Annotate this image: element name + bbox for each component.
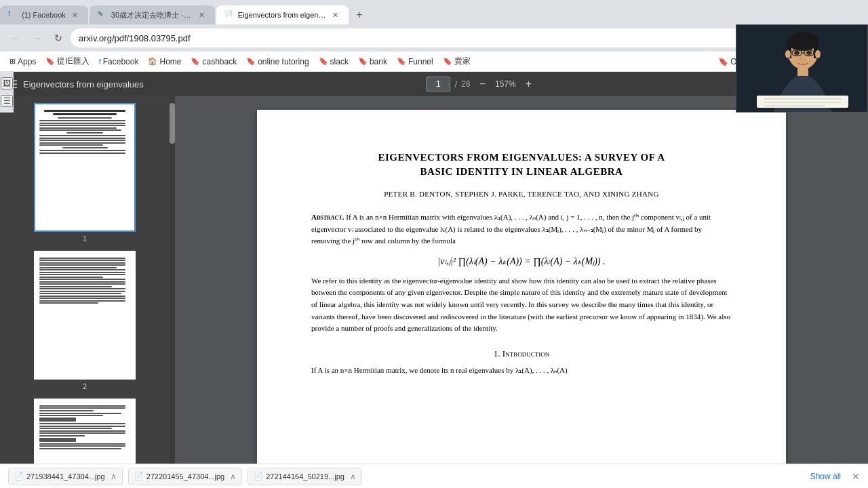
math-formula: |vᵢ,ⱼ|² ∏(λᵢ(A) − λₖ(A)) = ∏(λᵢ(A) − λₖ(… bbox=[311, 256, 732, 267]
address-input[interactable] bbox=[71, 28, 760, 47]
svg-point-11 bbox=[785, 50, 791, 58]
forward-button[interactable]: → bbox=[27, 28, 46, 47]
pdf-content-area: 1 bbox=[0, 96, 868, 464]
dismiss-downloads-button[interactable]: ✕ bbox=[852, 471, 860, 482]
tab-label-studyal: 30歳才决定去吃博士 - studyal... bbox=[111, 10, 193, 20]
thumbnail-container-2: 2 bbox=[34, 251, 136, 390]
download-close-2[interactable]: ∧ bbox=[230, 472, 236, 481]
bookmark-seller-label: 賣家 bbox=[454, 56, 471, 67]
download-item-2[interactable]: 📄 272201455_47304...jpg ∧ bbox=[128, 468, 243, 485]
other-bookmarks-icon: 🔖 bbox=[718, 57, 728, 66]
bookmark-bank[interactable]: 🔖 bank bbox=[354, 56, 391, 68]
pdf-zoom-out-button[interactable]: − bbox=[474, 76, 490, 92]
pdf-page-input[interactable] bbox=[426, 77, 450, 92]
section-intro-title: 1. Introduction bbox=[311, 348, 732, 359]
tutoring-icon: 🔖 bbox=[246, 57, 256, 66]
bookmark-apps-label: Apps bbox=[18, 57, 36, 66]
download-item-3[interactable]: 📄 272144164_50219...jpg ∧ bbox=[248, 468, 362, 485]
svg-point-10 bbox=[806, 51, 812, 55]
browser-left-sidebar: 🖼 ☰ bbox=[0, 72, 14, 113]
abstract-body: Abstract. If A is an n×n Hermitian matri… bbox=[311, 211, 732, 247]
funnel-icon: 🔖 bbox=[397, 57, 406, 66]
pdf-scroll-thumb[interactable] bbox=[170, 103, 175, 144]
reload-button[interactable]: ↻ bbox=[49, 28, 68, 47]
bookmark-tutoring-label: online tutoring bbox=[258, 57, 309, 66]
tab-favicon-studyal: ✎ bbox=[98, 10, 107, 20]
tab-close-studyal[interactable]: ✕ bbox=[197, 10, 207, 20]
bank-icon: 🔖 bbox=[358, 57, 368, 66]
sidebar-image-button[interactable]: 🖼 bbox=[1, 77, 13, 89]
sidebar-list-button[interactable]: ☰ bbox=[1, 95, 13, 107]
tab-label-facebook: (1) Facebook bbox=[22, 11, 66, 19]
pdf-nav: / 28 − 157% + bbox=[426, 76, 536, 92]
download-file-icon-1: 📄 bbox=[14, 472, 24, 481]
bookmark-seller[interactable]: 🔖 賣家 bbox=[439, 54, 475, 68]
tab-favicon-facebook: f bbox=[8, 10, 18, 20]
tab-bar: f (1) Facebook ✕ ✎ 30歳才决定去吃博士 - studyal.… bbox=[0, 0, 868, 24]
video-overlay bbox=[736, 24, 868, 113]
pdf-thumbnail-3[interactable] bbox=[34, 399, 136, 464]
video-svg bbox=[736, 25, 867, 112]
bookmark-home[interactable]: 🏠 Home bbox=[144, 56, 185, 68]
bookmark-slack-label: slack bbox=[330, 57, 349, 66]
bookmark-facebook[interactable]: f Facebook bbox=[95, 56, 143, 68]
download-filename-1: 271938441_47304...jpg bbox=[26, 472, 105, 481]
show-all-downloads-button[interactable]: Show all bbox=[805, 470, 846, 483]
paper-title: EIGENVECTORS FROM EIGENVALUES: A SURVEY … bbox=[311, 150, 732, 179]
pdf-scroll-track[interactable] bbox=[170, 96, 175, 464]
new-tab-button[interactable]: + bbox=[350, 5, 369, 24]
thumbnail-label-1: 1 bbox=[83, 235, 87, 243]
slack-icon: 🔖 bbox=[319, 57, 328, 66]
download-file-icon-3: 📄 bbox=[254, 472, 263, 481]
bookmark-funnel-label: Funnel bbox=[408, 57, 433, 66]
download-close-1[interactable]: ∧ bbox=[111, 472, 117, 481]
tab-studyal[interactable]: ✎ 30歳才决定去吃博士 - studyal... ✕ bbox=[90, 5, 215, 24]
pdf-page-1: EIGENVECTORS FROM EIGENVALUES: A SURVEY … bbox=[257, 110, 786, 464]
tab-favicon-eigenvectors: 📄 bbox=[224, 10, 234, 20]
tab-close-eigenvectors[interactable]: ✕ bbox=[330, 10, 340, 20]
bookmark-ie[interactable]: 🔖 從IE匯入 bbox=[41, 54, 93, 68]
abstract-para2: We refer to this identity as the eigenve… bbox=[311, 275, 732, 335]
intro-paragraph: If A is an n×n Hermitian matrix, we deno… bbox=[311, 365, 732, 377]
download-filename-2: 272201455_47304...jpg bbox=[146, 472, 225, 481]
thumbnail-container-1: 1 bbox=[34, 103, 136, 243]
pdf-sidebar[interactable]: 1 bbox=[0, 96, 170, 464]
apps-icon: ⊞ bbox=[9, 57, 16, 66]
paper-authors: PETER B. DENTON, STEPHEN J. PARKE, TEREN… bbox=[311, 190, 732, 198]
download-close-3[interactable]: ∧ bbox=[350, 472, 356, 481]
pdf-title: Eigenvectors from eigenvalues bbox=[23, 79, 144, 89]
back-button[interactable]: ← bbox=[5, 28, 24, 47]
downloads-bar: 📄 271938441_47304...jpg ∧ 📄 272201455_47… bbox=[0, 464, 868, 488]
seller-icon: 🔖 bbox=[443, 57, 452, 66]
svg-point-9 bbox=[794, 51, 800, 55]
pdf-zoom-controls: − 157% + bbox=[474, 76, 536, 92]
pdf-total-pages: 28 bbox=[461, 79, 470, 89]
pdf-page-separator: / bbox=[454, 79, 457, 89]
bookmark-ie-label: 從IE匯入 bbox=[57, 56, 89, 67]
pdf-thumbnail-2[interactable] bbox=[34, 251, 136, 380]
pdf-main[interactable]: EIGENVECTORS FROM EIGENVALUES: A SURVEY … bbox=[175, 96, 868, 464]
video-person bbox=[736, 25, 867, 112]
bookmark-tutoring[interactable]: 🔖 online tutoring bbox=[242, 56, 313, 68]
tab-eigenvectors[interactable]: 📄 Eigenvectors from eigenvalues ✕ bbox=[216, 5, 349, 24]
download-item-1[interactable]: 📄 271938441_47304...jpg ∧ bbox=[8, 468, 123, 485]
download-filename-3: 272144164_50219...jpg bbox=[266, 472, 344, 481]
svg-point-12 bbox=[815, 50, 821, 58]
pdf-thumbnail-1[interactable] bbox=[34, 103, 136, 232]
thumbnail-container-3: 3 bbox=[34, 399, 136, 464]
bookmark-funnel[interactable]: 🔖 Funnel bbox=[393, 56, 437, 68]
pdf-zoom-in-button[interactable]: + bbox=[520, 76, 536, 92]
tab-close-facebook[interactable]: ✕ bbox=[70, 10, 80, 20]
abstract-label: Abstract. bbox=[311, 213, 344, 221]
bookmark-home-label: Home bbox=[159, 57, 181, 66]
svg-rect-5 bbox=[797, 66, 808, 76]
bookmark-slack[interactable]: 🔖 slack bbox=[315, 56, 353, 68]
bookmark-facebook-label: Facebook bbox=[103, 57, 139, 66]
facebook-icon: f bbox=[99, 58, 101, 66]
bookmark-apps[interactable]: ⊞ Apps bbox=[5, 56, 40, 68]
cashback-icon: 🔖 bbox=[191, 57, 200, 66]
tab-facebook[interactable]: f (1) Facebook ✕ bbox=[0, 5, 88, 24]
bookmark-cashback[interactable]: 🔖 cashback bbox=[186, 56, 241, 68]
thumbnail-label-2: 2 bbox=[83, 382, 87, 390]
home-icon: 🏠 bbox=[148, 57, 157, 66]
